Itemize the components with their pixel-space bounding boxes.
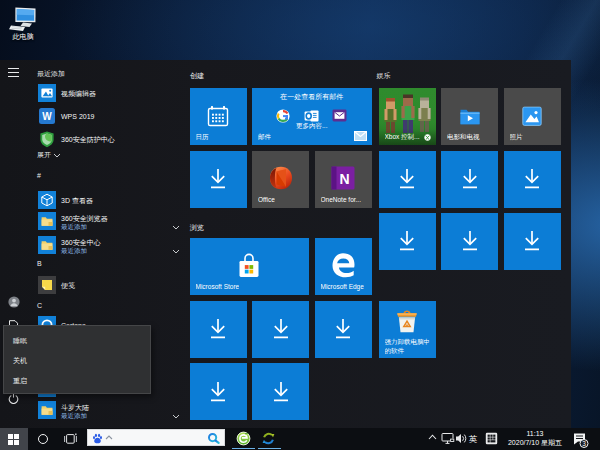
app-item-title: 3D 查看器 — [61, 196, 93, 205]
tile-office[interactable]: Office — [252, 151, 309, 208]
download-icon — [459, 168, 481, 191]
expand-label: 展开 — [37, 151, 51, 158]
app-list-expand[interactable]: 展开 — [37, 150, 61, 160]
trash-bin-icon — [395, 309, 420, 333]
app-item-title: 360安全中心 — [61, 238, 101, 247]
clock-date: 2020/7/10 星期五 — [502, 438, 568, 447]
tile-store[interactable]: Microsoft Store — [190, 238, 310, 295]
download-icon — [521, 230, 543, 253]
ime-language-indicator[interactable]: 英 — [469, 432, 478, 447]
tray-show-hidden-icon[interactable] — [428, 434, 437, 440]
tile-label: 邮件 — [258, 133, 271, 141]
download-icon — [396, 230, 418, 253]
ime-mode-icon[interactable] — [485, 432, 498, 445]
app-list-item[interactable]: 360安全浏览器最近添加 — [38, 212, 184, 230]
tile-download[interactable] — [379, 151, 436, 208]
360-browser-icon[interactable] — [236, 431, 251, 446]
mail-tile-headline: 在一处查看所有邮件 — [252, 92, 372, 102]
chevron-down-icon[interactable] — [172, 218, 180, 236]
download-icon — [207, 168, 229, 191]
tile-download[interactable] — [190, 363, 247, 420]
chevron-down-icon[interactable] — [172, 242, 180, 260]
shield-icon — [38, 130, 56, 148]
app-item-subtitle: 最近添加 — [61, 412, 87, 420]
power-popup-menu: 睡眠 关机 重启 — [3, 325, 151, 394]
tile-label: 电影和电视 — [447, 133, 480, 141]
running-indicator — [232, 448, 255, 450]
app-list-item[interactable]: 3D 查看器 — [38, 191, 184, 209]
tray-display-icon[interactable] — [441, 432, 455, 445]
tile-group-header: 创建 — [190, 71, 204, 81]
edge-logo-icon — [327, 249, 359, 281]
mail-tile-more: 更多内容... — [252, 122, 372, 131]
app-item-title: 360安全防护中心 — [61, 135, 115, 144]
search-caret-icon — [105, 435, 113, 440]
tile-download[interactable] — [504, 151, 561, 208]
tile-uninstall[interactable]: 强力卸载电脑中的软件 — [379, 301, 436, 358]
tile-label: 照片 — [510, 133, 523, 141]
taskbar-clock[interactable]: 11:13 2020/7/10 星期五 — [502, 429, 568, 448]
menu-icon[interactable] — [8, 68, 19, 80]
cube-icon — [38, 191, 56, 209]
app-list-item[interactable]: 360安全防护中心 — [38, 130, 184, 148]
download-icon — [270, 318, 292, 341]
action-center-icon[interactable]: 3 — [572, 431, 589, 448]
start-button[interactable] — [0, 428, 28, 450]
task-view-icon[interactable] — [64, 433, 77, 445]
download-icon — [459, 230, 481, 253]
app-list-item[interactable]: WWPS 2019 — [38, 107, 184, 125]
power-icon[interactable] — [8, 393, 19, 404]
cortana-icon[interactable] — [38, 434, 48, 444]
app-list-item[interactable]: 视频编辑器 — [38, 84, 184, 102]
svg-text:N: N — [339, 171, 349, 187]
tile-download[interactable] — [379, 213, 436, 270]
app-list-section-header: # — [37, 171, 41, 181]
tile-group-header: 浏览 — [190, 223, 204, 233]
tile-download[interactable] — [190, 151, 247, 208]
chevron-down-icon[interactable] — [172, 407, 180, 425]
folder-icon — [38, 236, 56, 254]
notification-badge: 3 — [582, 440, 586, 447]
tile-movies[interactable]: 电影和电视 — [441, 88, 498, 145]
tile-xbox[interactable]: Xbox 控制... — [379, 88, 436, 145]
tile-photos[interactable]: 照片 — [504, 88, 561, 145]
desktop-icon-this-pc[interactable]: 此电脑 — [2, 4, 44, 41]
power-menu-item-sleep[interactable]: 睡眠 — [4, 331, 150, 351]
app-item-title: 360安全浏览器 — [61, 214, 108, 223]
app-list-item[interactable]: 360安全中心最近添加 — [38, 236, 184, 254]
app-list-item[interactable]: 便笺 — [38, 276, 184, 294]
xbox-logo-icon — [424, 134, 431, 141]
tile-label: 日历 — [196, 133, 209, 141]
power-menu-item-restart[interactable]: 重启 — [4, 371, 150, 391]
tile-onenote[interactable]: N OneNote for... — [315, 151, 372, 208]
tile-download[interactable] — [252, 301, 309, 358]
tile-download[interactable] — [252, 363, 309, 420]
app-item-title: 斗罗大陆 — [61, 403, 89, 412]
power-menu-item-shutdown[interactable]: 关机 — [4, 351, 150, 371]
mail-provider-envelope-icon — [332, 109, 347, 122]
tile-label: Microsoft Edge — [321, 283, 364, 291]
app-list-section-header: C — [37, 301, 42, 311]
tray-volume-icon[interactable] — [455, 432, 468, 445]
tile-download[interactable] — [190, 301, 247, 358]
app-item-title: WPS 2019 — [61, 112, 94, 121]
tile-edge[interactable]: Microsoft Edge — [315, 238, 372, 295]
tile-download[interactable] — [441, 151, 498, 208]
photos-icon — [522, 106, 542, 126]
tile-download[interactable] — [315, 301, 372, 358]
sticky-icon — [38, 276, 56, 294]
user-icon[interactable] — [8, 296, 20, 308]
app-list-section-header: 最近添加 — [37, 69, 65, 79]
taskbar-search-box[interactable] — [87, 429, 225, 446]
tile-download[interactable] — [504, 213, 561, 270]
svg-text:W: W — [42, 111, 52, 122]
office-logo-icon — [268, 165, 294, 191]
360-security-icon[interactable] — [261, 431, 276, 446]
app-list-item[interactable]: 斗罗大陆最近添加 — [38, 401, 184, 419]
download-icon — [207, 318, 229, 341]
store-bag-icon — [236, 251, 263, 279]
tile-mail[interactable]: 在一处查看所有邮件 更多内容... 邮件 — [252, 88, 372, 145]
tile-calendar[interactable]: 日历 — [190, 88, 247, 145]
baidu-paw-icon — [92, 433, 103, 444]
tile-download[interactable] — [441, 213, 498, 270]
